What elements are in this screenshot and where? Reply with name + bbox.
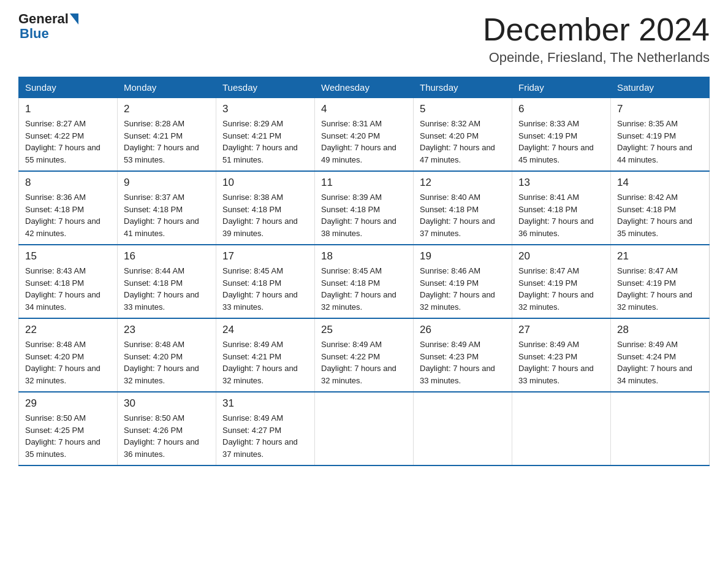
- day-number: 1: [25, 103, 111, 115]
- day-cell: 6 Sunrise: 8:33 AMSunset: 4:19 PMDayligh…: [512, 98, 611, 172]
- day-cell: 15 Sunrise: 8:43 AMSunset: 4:18 PMDaylig…: [19, 245, 118, 318]
- day-number: 5: [420, 103, 506, 115]
- weekday-header-tuesday: Tuesday: [216, 77, 315, 98]
- day-info: Sunrise: 8:47 AMSunset: 4:19 PMDaylight:…: [617, 265, 703, 313]
- day-cell: [315, 392, 414, 465]
- day-info: Sunrise: 8:42 AMSunset: 4:18 PMDaylight:…: [617, 191, 703, 239]
- day-info: Sunrise: 8:35 AMSunset: 4:19 PMDaylight:…: [617, 118, 703, 166]
- day-cell: 21 Sunrise: 8:47 AMSunset: 4:19 PMDaylig…: [611, 245, 710, 318]
- day-number: 4: [321, 103, 407, 115]
- day-cell: 30 Sunrise: 8:50 AMSunset: 4:26 PMDaylig…: [118, 392, 216, 465]
- day-cell: 31 Sunrise: 8:49 AMSunset: 4:27 PMDaylig…: [216, 392, 315, 465]
- day-info: Sunrise: 8:50 AMSunset: 4:25 PMDaylight:…: [25, 412, 111, 460]
- day-number: 19: [420, 250, 506, 262]
- day-number: 27: [518, 324, 604, 336]
- day-number: 12: [420, 177, 506, 189]
- day-number: 23: [124, 324, 210, 336]
- day-cell: 28 Sunrise: 8:49 AMSunset: 4:24 PMDaylig…: [611, 318, 710, 392]
- day-info: Sunrise: 8:50 AMSunset: 4:26 PMDaylight:…: [124, 412, 210, 460]
- day-info: Sunrise: 8:37 AMSunset: 4:18 PMDaylight:…: [124, 191, 210, 239]
- day-cell: 5 Sunrise: 8:32 AMSunset: 4:20 PMDayligh…: [414, 98, 512, 172]
- day-number: 22: [25, 324, 111, 336]
- logo-blue-text: Blue: [18, 26, 49, 42]
- day-info: Sunrise: 8:49 AMSunset: 4:23 PMDaylight:…: [518, 339, 604, 386]
- day-number: 24: [222, 324, 308, 336]
- weekday-header-wednesday: Wednesday: [315, 77, 414, 98]
- day-cell: 13 Sunrise: 8:41 AMSunset: 4:18 PMDaylig…: [512, 171, 611, 245]
- day-info: Sunrise: 8:33 AMSunset: 4:19 PMDaylight:…: [518, 118, 604, 166]
- day-info: Sunrise: 8:49 AMSunset: 4:22 PMDaylight:…: [321, 339, 407, 386]
- day-cell: 14 Sunrise: 8:42 AMSunset: 4:18 PMDaylig…: [611, 171, 710, 245]
- day-number: 26: [420, 324, 506, 336]
- logo-arrow-icon: [70, 13, 78, 25]
- day-cell: 19 Sunrise: 8:46 AMSunset: 4:19 PMDaylig…: [414, 245, 512, 318]
- week-row-4: 22 Sunrise: 8:48 AMSunset: 4:20 PMDaylig…: [19, 318, 710, 392]
- day-cell: 11 Sunrise: 8:39 AMSunset: 4:18 PMDaylig…: [315, 171, 414, 245]
- week-row-5: 29 Sunrise: 8:50 AMSunset: 4:25 PMDaylig…: [19, 392, 710, 465]
- day-cell: 17 Sunrise: 8:45 AMSunset: 4:18 PMDaylig…: [216, 245, 315, 318]
- day-info: Sunrise: 8:48 AMSunset: 4:20 PMDaylight:…: [124, 339, 210, 386]
- day-cell: 16 Sunrise: 8:44 AMSunset: 4:18 PMDaylig…: [118, 245, 216, 318]
- day-cell: 10 Sunrise: 8:38 AMSunset: 4:18 PMDaylig…: [216, 171, 315, 245]
- day-cell: 1 Sunrise: 8:27 AMSunset: 4:22 PMDayligh…: [19, 98, 118, 172]
- day-info: Sunrise: 8:28 AMSunset: 4:21 PMDaylight:…: [124, 118, 210, 166]
- day-info: Sunrise: 8:29 AMSunset: 4:21 PMDaylight:…: [222, 118, 308, 166]
- week-row-3: 15 Sunrise: 8:43 AMSunset: 4:18 PMDaylig…: [19, 245, 710, 318]
- day-cell: 29 Sunrise: 8:50 AMSunset: 4:25 PMDaylig…: [19, 392, 118, 465]
- day-cell: 23 Sunrise: 8:48 AMSunset: 4:20 PMDaylig…: [118, 318, 216, 392]
- day-number: 13: [518, 177, 604, 189]
- day-cell: 2 Sunrise: 8:28 AMSunset: 4:21 PMDayligh…: [118, 98, 216, 172]
- day-info: Sunrise: 8:36 AMSunset: 4:18 PMDaylight:…: [25, 191, 111, 239]
- day-cell: 20 Sunrise: 8:47 AMSunset: 4:19 PMDaylig…: [512, 245, 611, 318]
- weekday-header-friday: Friday: [512, 77, 611, 98]
- day-cell: 4 Sunrise: 8:31 AMSunset: 4:20 PMDayligh…: [315, 98, 414, 172]
- day-cell: 25 Sunrise: 8:49 AMSunset: 4:22 PMDaylig…: [315, 318, 414, 392]
- day-number: 20: [518, 250, 604, 262]
- day-info: Sunrise: 8:32 AMSunset: 4:20 PMDaylight:…: [420, 118, 506, 166]
- day-number: 3: [222, 103, 308, 115]
- day-cell: 18 Sunrise: 8:45 AMSunset: 4:18 PMDaylig…: [315, 245, 414, 318]
- day-info: Sunrise: 8:38 AMSunset: 4:18 PMDaylight:…: [222, 191, 308, 239]
- day-number: 14: [617, 177, 703, 189]
- day-info: Sunrise: 8:31 AMSunset: 4:20 PMDaylight:…: [321, 118, 407, 166]
- day-number: 31: [222, 397, 308, 410]
- day-info: Sunrise: 8:45 AMSunset: 4:18 PMDaylight:…: [321, 265, 407, 313]
- day-info: Sunrise: 8:46 AMSunset: 4:19 PMDaylight:…: [420, 265, 506, 313]
- logo: General Blue: [18, 12, 78, 42]
- day-info: Sunrise: 8:47 AMSunset: 4:19 PMDaylight:…: [518, 265, 604, 313]
- day-info: Sunrise: 8:49 AMSunset: 4:23 PMDaylight:…: [420, 339, 506, 386]
- day-cell: 12 Sunrise: 8:40 AMSunset: 4:18 PMDaylig…: [414, 171, 512, 245]
- day-cell: [512, 392, 611, 465]
- day-number: 16: [124, 250, 210, 262]
- day-number: 17: [222, 250, 308, 262]
- day-info: Sunrise: 8:49 AMSunset: 4:24 PMDaylight:…: [617, 339, 703, 386]
- day-cell: [414, 392, 512, 465]
- day-cell: 3 Sunrise: 8:29 AMSunset: 4:21 PMDayligh…: [216, 98, 315, 172]
- day-info: Sunrise: 8:45 AMSunset: 4:18 PMDaylight:…: [222, 265, 308, 313]
- day-number: 18: [321, 250, 407, 262]
- day-number: 21: [617, 250, 703, 262]
- day-number: 8: [25, 177, 111, 189]
- weekday-header-row: SundayMondayTuesdayWednesdayThursdayFrid…: [19, 77, 710, 98]
- weekday-header-sunday: Sunday: [19, 77, 118, 98]
- day-number: 15: [25, 250, 111, 262]
- day-info: Sunrise: 8:49 AMSunset: 4:21 PMDaylight:…: [222, 339, 308, 386]
- day-number: 7: [617, 103, 703, 115]
- day-info: Sunrise: 8:41 AMSunset: 4:18 PMDaylight:…: [518, 191, 604, 239]
- weekday-header-monday: Monday: [118, 77, 216, 98]
- day-info: Sunrise: 8:39 AMSunset: 4:18 PMDaylight:…: [321, 191, 407, 239]
- month-title: December 2024: [483, 12, 710, 47]
- day-cell: 26 Sunrise: 8:49 AMSunset: 4:23 PMDaylig…: [414, 318, 512, 392]
- calendar-table: SundayMondayTuesdayWednesdayThursdayFrid…: [18, 77, 710, 466]
- day-number: 6: [518, 103, 604, 115]
- day-cell: 8 Sunrise: 8:36 AMSunset: 4:18 PMDayligh…: [19, 171, 118, 245]
- location-subtitle: Opeinde, Friesland, The Netherlands: [483, 50, 710, 66]
- week-row-1: 1 Sunrise: 8:27 AMSunset: 4:22 PMDayligh…: [19, 98, 710, 172]
- weekday-header-saturday: Saturday: [611, 77, 710, 98]
- day-number: 29: [25, 397, 111, 410]
- day-info: Sunrise: 8:48 AMSunset: 4:20 PMDaylight:…: [25, 339, 111, 386]
- day-cell: 9 Sunrise: 8:37 AMSunset: 4:18 PMDayligh…: [118, 171, 216, 245]
- day-info: Sunrise: 8:43 AMSunset: 4:18 PMDaylight:…: [25, 265, 111, 313]
- day-cell: 24 Sunrise: 8:49 AMSunset: 4:21 PMDaylig…: [216, 318, 315, 392]
- weekday-header-thursday: Thursday: [414, 77, 512, 98]
